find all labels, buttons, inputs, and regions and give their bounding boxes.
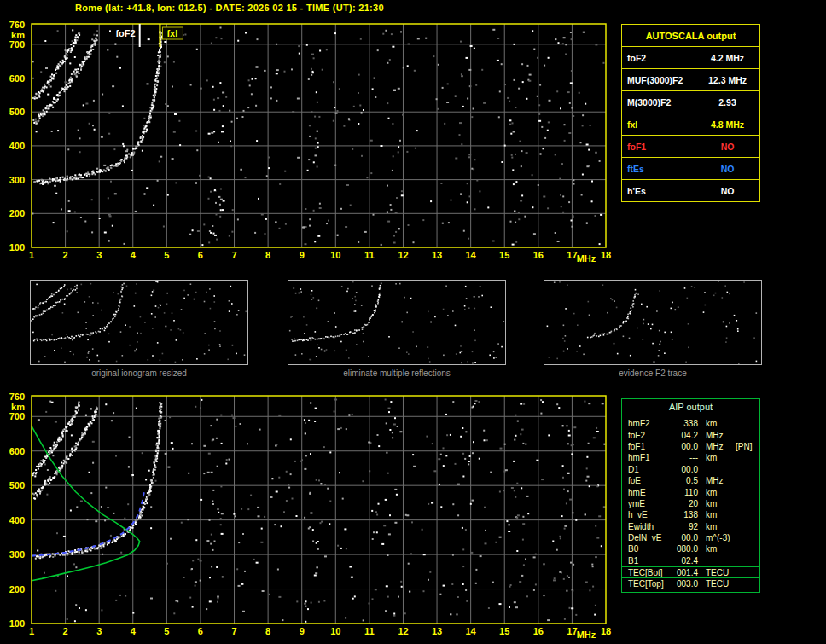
svg-text:6: 6 [198, 250, 203, 260]
aip-row: DelN_vE00.0m^(-3) [622, 532, 759, 543]
svg-text:18: 18 [601, 250, 611, 260]
aip-unit: MHz [698, 476, 734, 485]
svg-text:1: 1 [29, 626, 34, 636]
svg-text:8: 8 [265, 626, 270, 636]
svg-text:200: 200 [9, 208, 25, 218]
autoscala-row: h'EsNO [622, 179, 759, 201]
aip-value: 138 [671, 510, 698, 519]
aip-value: 20 [671, 499, 698, 508]
autoscala-row: ftEsNO [622, 157, 759, 179]
svg-text:7: 7 [231, 250, 236, 260]
autoscala-output-table: AUTOSCALA output foF24.2 MHzMUF(3000)F21… [621, 24, 760, 202]
svg-text:9: 9 [300, 626, 305, 636]
autoscala-table-body: foF24.2 MHzMUF(3000)F212.3 MHzM(3000)F22… [622, 46, 759, 201]
autoscala-param-label: fxI [622, 113, 695, 135]
svg-text:14: 14 [465, 626, 476, 636]
svg-text:fxI: fxI [166, 28, 177, 38]
autoscala-value: 4.8 MHz [695, 113, 759, 135]
svg-text:km: km [11, 30, 25, 40]
svg-text:100: 100 [9, 618, 25, 629]
aip-value: 080.0 [671, 544, 698, 554]
svg-text:200: 200 [9, 584, 25, 595]
station-date-title: Rome (lat: +41.8, lon: 012.5) - DATE: 20… [75, 3, 384, 13]
svg-text:11: 11 [364, 626, 375, 636]
svg-text:13: 13 [432, 626, 442, 636]
svg-text:6: 6 [198, 626, 203, 636]
aip-param-label: hmF1 [628, 453, 671, 462]
thumbnail-original-ionogram-image [31, 281, 247, 364]
svg-text:16: 16 [533, 626, 544, 636]
svg-text:100: 100 [9, 242, 25, 252]
aip-unit: TECU [698, 579, 734, 589]
aip-param-label: hmE [628, 488, 671, 497]
svg-text:5: 5 [164, 250, 169, 260]
svg-text:MHz: MHz [577, 253, 596, 264]
svg-text:500: 500 [9, 480, 25, 490]
aip-value: 04.2 [671, 431, 698, 440]
autoscala-param-label: foF2 [622, 47, 695, 68]
aip-value: 001.4 [671, 568, 698, 577]
svg-text:12: 12 [398, 626, 408, 636]
aip-row: foF100.0MHz[PN] [622, 441, 759, 452]
svg-text:2: 2 [63, 250, 68, 260]
svg-text:300: 300 [9, 175, 25, 185]
autoscala-value: 12.3 MHz [695, 69, 759, 90]
aip-value: 00.0 [671, 442, 698, 451]
svg-text:17: 17 [567, 250, 577, 260]
aip-value: 338 [671, 419, 698, 428]
aip-unit: MHz [698, 442, 734, 451]
aip-value: 92 [671, 522, 698, 531]
svg-text:400: 400 [9, 515, 25, 525]
aip-value: 02.4 [671, 556, 698, 566]
svg-text:600: 600 [9, 446, 25, 456]
svg-text:18: 18 [601, 626, 611, 636]
svg-text:8: 8 [265, 250, 270, 260]
aip-row: Ewidth92km [622, 521, 759, 532]
svg-text:MHz: MHz [577, 629, 596, 640]
svg-text:14: 14 [465, 250, 476, 260]
autoscala-param-label: h'Es [622, 180, 695, 201]
aip-table-title: AIP output [622, 399, 759, 415]
svg-text:760: 760 [9, 20, 25, 30]
svg-text:10: 10 [330, 250, 340, 260]
aip-value: 003.0 [671, 579, 698, 589]
aip-row: hmF2338km [622, 418, 759, 429]
aip-param-label: foE [628, 476, 671, 485]
svg-text:16: 16 [533, 250, 544, 260]
profile-ionogram-plot: 100200300400500600700760km12345678910111… [0, 389, 623, 644]
aip-unit: km [698, 499, 734, 508]
aip-param-label: foF2 [628, 431, 671, 440]
svg-text:700: 700 [9, 39, 25, 49]
aip-value: 0.5 [671, 476, 698, 485]
autoscala-row: fxI4.8 MHz [622, 113, 759, 135]
thumbnail-caption-eliminate: eliminate multiple reflections [288, 368, 506, 378]
aip-row: foF204.2MHz [622, 429, 759, 440]
aip-table-body: hmF2338kmfoF204.2MHzfoF100.0MHz[PN]hmF1-… [622, 418, 759, 589]
aip-row: B0080.0km [622, 543, 759, 554]
autoscala-param-label: M(3000)F2 [622, 91, 695, 113]
aip-unit: km [698, 544, 734, 554]
svg-text:12: 12 [398, 250, 408, 260]
svg-text:km: km [11, 402, 25, 412]
svg-text:700: 700 [9, 411, 25, 421]
autoscala-app-window: Rome (lat: +41.8, lon: 012.5) - DATE: 20… [0, 0, 826, 644]
thumbnail-eliminate-reflections-image [288, 281, 505, 364]
svg-text:7: 7 [231, 626, 236, 636]
thumbnail-caption-original: original ionogram resized [30, 368, 248, 378]
aip-row: TEC[Top]003.0TECU [622, 577, 759, 589]
autoscala-value: NO [695, 158, 759, 179]
autoscala-param-label: ftEs [622, 158, 695, 179]
aip-param-label: h_vE [628, 510, 671, 519]
autoscala-param-label: MUF(3000)F2 [622, 69, 695, 90]
svg-text:foF2: foF2 [115, 28, 135, 38]
svg-text:4: 4 [131, 626, 137, 636]
aip-param-label: DelN_vE [628, 533, 671, 542]
svg-text:10: 10 [330, 626, 340, 636]
svg-text:15: 15 [499, 626, 509, 636]
svg-text:400: 400 [9, 141, 25, 151]
thumbnail-original-ionogram [30, 280, 248, 365]
aip-unit: m^(-3) [698, 533, 734, 542]
autoscala-value: NO [695, 180, 759, 201]
svg-text:500: 500 [9, 107, 25, 117]
autoscala-row: foF1NO [622, 135, 759, 157]
